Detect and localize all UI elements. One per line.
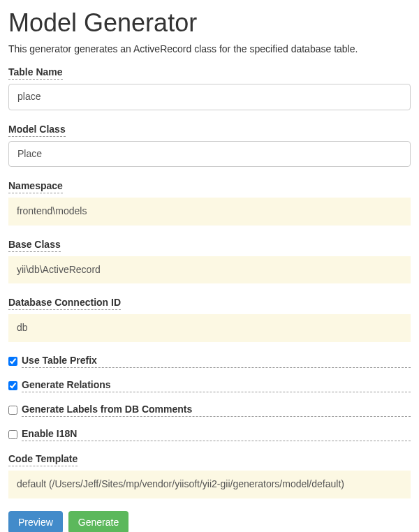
generate-relations-checkbox[interactable]: [8, 381, 17, 390]
generate-labels-label: Generate Labels from DB Comments: [22, 404, 411, 417]
generate-relations-label: Generate Relations: [22, 379, 411, 392]
use-table-prefix-label: Use Table Prefix: [22, 355, 411, 368]
db-connection-label: Database Connection ID: [8, 297, 121, 310]
namespace-label: Namespace: [8, 180, 63, 193]
use-table-prefix-checkbox[interactable]: [8, 357, 17, 366]
code-template-label: Code Template: [8, 453, 78, 466]
base-class-label: Base Class: [8, 239, 61, 252]
generate-labels-checkbox[interactable]: [8, 406, 17, 415]
table-name-input[interactable]: [8, 84, 411, 110]
enable-i18n-label: Enable I18N: [22, 428, 411, 441]
page-title: Model Generator: [8, 8, 411, 38]
page-description: This generator generates an ActiveRecord…: [8, 43, 411, 54]
namespace-input[interactable]: frontend\models: [8, 198, 411, 226]
generate-button[interactable]: Generate: [68, 511, 128, 532]
db-connection-input[interactable]: db: [8, 314, 411, 342]
table-name-label: Table Name: [8, 66, 63, 80]
preview-button[interactable]: Preview: [8, 511, 63, 532]
code-template-input[interactable]: default (/Users/Jeff/Sites/mp/vendor/yii…: [8, 471, 411, 498]
enable-i18n-checkbox[interactable]: [8, 430, 17, 439]
model-class-label: Model Class: [8, 124, 66, 137]
base-class-input[interactable]: yii\db\ActiveRecord: [8, 256, 411, 284]
model-class-input[interactable]: [8, 141, 411, 168]
